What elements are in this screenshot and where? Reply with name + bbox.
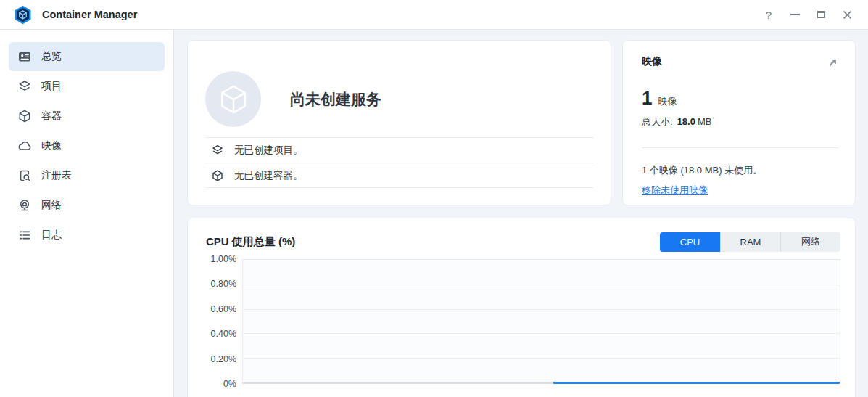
chart-title: CPU 使用总量 (%)	[206, 235, 295, 249]
close-icon	[843, 10, 852, 20]
gridline	[243, 333, 840, 334]
tab-cpu[interactable]: CPU	[660, 232, 720, 252]
go-to-images-button[interactable]	[826, 57, 839, 73]
container-cube-icon	[211, 169, 224, 182]
no-projects-row: 无已创建项目。	[205, 137, 593, 163]
app-title: Container Manager	[42, 9, 137, 20]
tab-network[interactable]: 网络	[780, 232, 840, 252]
sidebar-item-label: 日志	[41, 229, 62, 242]
tab-ram[interactable]: RAM	[720, 232, 780, 252]
overview-icon	[17, 49, 32, 64]
y-tick: 0.80%	[211, 279, 236, 289]
image-count: 1	[642, 87, 652, 110]
minimize-button[interactable]	[787, 7, 803, 22]
service-summary-card: 尚未创建服务 无已创建项目。	[187, 40, 611, 205]
close-button[interactable]	[839, 7, 855, 22]
cpu-usage-line	[553, 382, 840, 384]
help-button[interactable]: ?	[761, 7, 777, 22]
projects-layers-icon	[17, 79, 32, 94]
sidebar-item-registry[interactable]: 注册表	[9, 161, 165, 190]
divider	[642, 147, 839, 148]
registry-search-icon	[17, 168, 32, 183]
sidebar-item-overview[interactable]: 总览	[9, 42, 165, 71]
no-projects-text: 无已创建项目。	[234, 144, 303, 157]
y-tick: 0.60%	[211, 304, 236, 314]
gridline	[243, 285, 840, 285]
sidebar-item-label: 项目	[41, 80, 62, 93]
total-size-value: 18.0	[677, 116, 695, 127]
chart-plot-area	[242, 259, 840, 384]
total-size-label: 总大小:	[642, 116, 673, 127]
unused-images-text: 1 个映像 (18.0 MB) 未使用。	[642, 164, 839, 177]
maximize-icon	[817, 11, 825, 18]
total-size-unit: MB	[698, 116, 712, 127]
sidebar-item-images[interactable]: 映像	[9, 131, 165, 160]
chart-y-axis: 1.00% 0.80% 0.60% 0.40% 0.20% 0%	[206, 259, 242, 384]
sidebar-item-logs[interactable]: 日志	[9, 221, 165, 250]
y-tick: 0.20%	[211, 354, 236, 364]
gridline	[243, 309, 840, 310]
image-summary-card: 映像 1 映像 总大小:18.0MB 1 个映像 (18.0 MB) 未使用。	[622, 40, 856, 205]
sidebar: 总览 项目 容器 映像	[0, 30, 174, 397]
main-content: 尚未创建服务 无已创建项目。	[174, 30, 868, 397]
sidebar-item-label: 注册表	[41, 169, 72, 182]
titlebar: Container Manager ?	[0, 0, 868, 30]
resource-usage-card: CPU 使用总量 (%) CPU RAM 网络 1.00% 0.80% 0.60…	[187, 218, 856, 397]
network-icon	[17, 198, 32, 213]
y-tick: 0%	[223, 379, 236, 389]
external-link-arrow-icon	[826, 57, 839, 70]
no-containers-text: 无已创建容器。	[234, 169, 303, 182]
cpu-usage-chart: 1.00% 0.80% 0.60% 0.40% 0.20% 0%	[206, 259, 840, 384]
maximize-button[interactable]	[813, 7, 829, 22]
container-manager-logo-icon	[13, 5, 33, 25]
gridline	[243, 358, 840, 359]
cube-outline-icon	[217, 83, 250, 116]
y-tick: 1.00%	[211, 254, 236, 264]
container-cube-icon	[17, 109, 32, 123]
log-list-icon	[17, 228, 32, 242]
sidebar-item-label: 网络	[41, 199, 62, 212]
sidebar-item-label: 总览	[41, 50, 62, 63]
y-tick: 0.40%	[211, 329, 236, 339]
projects-layers-icon	[211, 144, 224, 157]
sidebar-item-network[interactable]: 网络	[9, 191, 165, 220]
usage-metric-tabs: CPU RAM 网络	[660, 232, 840, 252]
service-empty-title: 尚未创建服务	[290, 89, 381, 110]
service-avatar	[205, 71, 261, 127]
image-card-title: 映像	[642, 55, 662, 68]
sidebar-item-containers[interactable]: 容器	[9, 102, 165, 131]
window-controls: ?	[761, 7, 855, 22]
no-containers-row: 无已创建容器。	[205, 163, 593, 188]
sidebar-item-label: 映像	[41, 139, 62, 152]
image-count-unit: 映像	[658, 95, 677, 108]
sidebar-item-projects[interactable]: 项目	[9, 72, 165, 101]
image-cloud-icon	[17, 139, 32, 153]
minimize-icon	[790, 14, 800, 15]
remove-unused-images-link[interactable]: 移除未使用映像	[642, 184, 708, 197]
sidebar-item-label: 容器	[41, 110, 62, 123]
